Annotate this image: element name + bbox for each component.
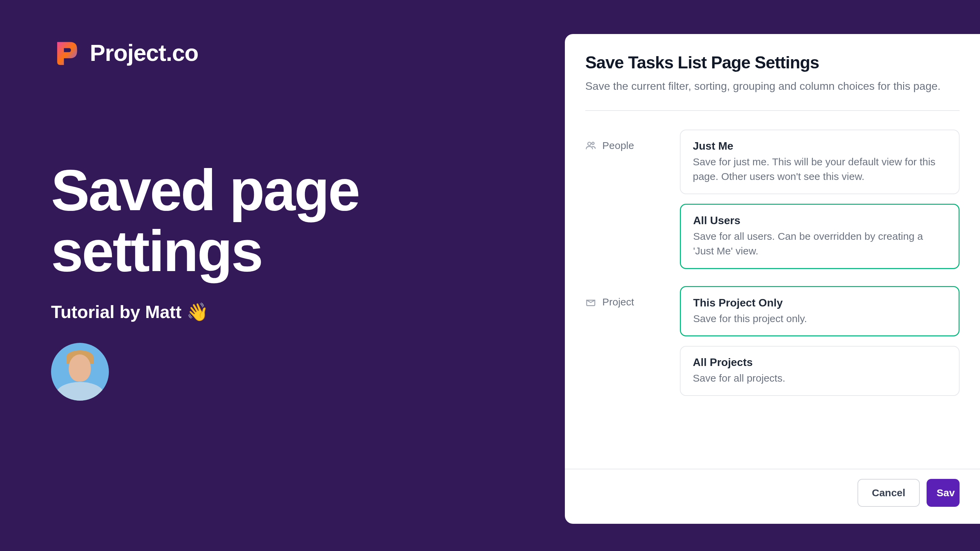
save-settings-modal: Save Tasks List Page Settings Save the c… — [565, 34, 980, 524]
option-this-project[interactable]: This Project Only Save for this project … — [680, 286, 959, 337]
tutorial-byline: Tutorial by Matt 👋 — [51, 302, 359, 322]
project-section: Project This Project Only Save for this … — [585, 286, 959, 396]
project-icon — [585, 297, 596, 308]
svg-point-0 — [588, 142, 591, 145]
option-title: All Users — [693, 214, 946, 227]
cancel-button[interactable]: Cancel — [858, 479, 920, 507]
option-desc: Save for this project only. — [693, 311, 946, 326]
option-title: Just Me — [693, 140, 947, 152]
modal-subtitle: Save the current filter, sorting, groupi… — [585, 79, 959, 94]
footer-divider — [565, 469, 980, 469]
author-avatar — [51, 343, 109, 401]
option-desc: Save for just me. This will be your defa… — [693, 154, 947, 184]
divider — [585, 110, 959, 111]
wave-icon: 👋 — [186, 302, 208, 322]
people-section: People Just Me Save for just me. This wi… — [585, 130, 959, 269]
option-all-projects[interactable]: All Projects Save for all projects. — [680, 346, 959, 396]
svg-point-1 — [592, 142, 594, 144]
brand-name: Project.co — [90, 40, 198, 66]
project-logo-icon — [51, 37, 82, 68]
option-title: This Project Only — [693, 297, 946, 309]
save-button[interactable]: Sav — [927, 479, 959, 507]
option-desc: Save for all users. Can be overridden by… — [693, 229, 946, 259]
option-desc: Save for all projects. — [693, 371, 947, 386]
brand-logo: Project.co — [51, 37, 359, 68]
option-all-users[interactable]: All Users Save for all users. Can be ove… — [680, 204, 959, 269]
modal-title: Save Tasks List Page Settings — [585, 53, 959, 73]
page-title: Saved page settings — [51, 160, 359, 281]
option-just-me[interactable]: Just Me Save for just me. This will be y… — [680, 130, 959, 194]
people-label: People — [602, 140, 634, 151]
project-label: Project — [602, 296, 634, 308]
people-icon — [585, 140, 596, 151]
option-title: All Projects — [693, 356, 947, 369]
